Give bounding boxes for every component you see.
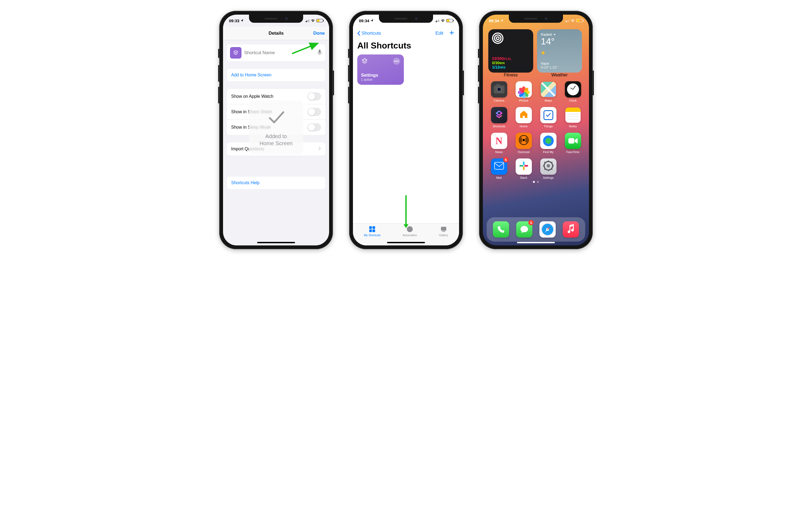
app-shortcuts[interactable]: Shortcuts [488, 107, 510, 128]
fitness-widget[interactable]: 23/300KCAL 0/30MIN 1/12HRS [488, 29, 533, 73]
svg-rect-14 [523, 161, 525, 165]
battery-icon [576, 19, 583, 22]
badge-mail: 5 [503, 157, 509, 163]
weather-widget[interactable]: Radlett 14° ☀️ Haze H:23° L:12° [537, 29, 582, 73]
notch [379, 15, 433, 23]
app-notes[interactable]: Notes [562, 107, 584, 128]
badge-messages: 5 [528, 220, 534, 225]
add-to-home-button[interactable]: Add to Home Screen [227, 69, 325, 81]
annotation-arrow-done [291, 42, 323, 55]
app-slack[interactable]: Slack [513, 159, 534, 179]
checkmark-icon [266, 108, 286, 128]
tab-gallery[interactable]: Gallery [439, 226, 448, 245]
tab-my-shortcuts[interactable]: My Shortcuts [364, 226, 381, 245]
svg-point-11 [523, 139, 525, 141]
location-icon [370, 19, 374, 23]
svg-point-18 [547, 164, 550, 167]
things-icon [544, 110, 553, 120]
battery-icon [446, 19, 453, 22]
phone-1: 09:33 Details Done [219, 11, 333, 249]
app-home[interactable]: Home [513, 107, 534, 128]
app-clock[interactable]: Clock [562, 81, 584, 102]
notch [509, 15, 563, 23]
add-button[interactable] [449, 30, 455, 37]
screen-all-shortcuts: 09:34 Shortcuts Edit [353, 15, 459, 245]
screen-home: 09:34 23/300KCAL 0/30MIN 1/12HRS [483, 15, 589, 245]
done-button[interactable]: Done [313, 31, 325, 36]
location-icon [500, 19, 503, 23]
app-phone[interactable] [493, 221, 509, 238]
svg-line-1 [292, 43, 318, 54]
clock-icon [567, 83, 580, 96]
gallery-icon [440, 226, 447, 233]
phone-2: 09:34 Shortcuts Edit [349, 11, 463, 249]
svg-rect-17 [524, 165, 528, 167]
wifi-icon [571, 19, 575, 23]
svg-rect-6 [372, 229, 375, 232]
location-icon [240, 19, 243, 23]
svg-rect-5 [370, 229, 372, 232]
toggle-apple-watch-switch[interactable] [308, 92, 321, 101]
app-camera[interactable]: Camera [488, 81, 510, 102]
app-safari[interactable] [540, 221, 556, 238]
app-facetime[interactable]: FaceTime [562, 133, 584, 154]
added-toast: Added to Home Screen [249, 100, 303, 155]
shortcut-card-settings[interactable]: Settings 1 action [357, 54, 404, 85]
app-messages[interactable]: 5 [516, 221, 532, 238]
edit-button[interactable]: Edit [435, 31, 443, 36]
signal-icon [435, 19, 440, 22]
app-things[interactable]: Things [538, 107, 559, 128]
svg-rect-16 [523, 166, 525, 170]
notes-icon [566, 108, 581, 123]
shortcut-icon[interactable] [230, 47, 241, 58]
mail-icon [494, 162, 504, 171]
app-overcast[interactable]: Overcast [513, 133, 534, 154]
dock: 5 [487, 217, 585, 242]
news-icon: N [496, 135, 503, 146]
app-mail[interactable]: 5 Mail [488, 159, 510, 179]
app-music[interactable] [563, 221, 579, 238]
grid-icon [369, 226, 376, 233]
app-news[interactable]: N News [488, 133, 510, 154]
home-indicator[interactable] [517, 242, 555, 243]
page-dots[interactable] [483, 181, 589, 183]
signal-icon [305, 19, 310, 22]
signal-icon [565, 19, 570, 22]
nav-title: Details [268, 31, 284, 36]
phone-3: 09:34 23/300KCAL 0/30MIN 1/12HRS [479, 11, 593, 249]
shortcuts-icon [494, 110, 504, 121]
photos-icon [519, 84, 529, 94]
more-button[interactable] [393, 58, 400, 65]
app-maps[interactable]: Maps [538, 81, 559, 102]
app-findmy[interactable]: Find My [538, 133, 559, 154]
svg-line-24 [551, 168, 552, 169]
battery-icon [316, 19, 323, 22]
svg-rect-13 [494, 162, 504, 169]
facetime-icon [565, 133, 581, 149]
svg-rect-8 [441, 227, 446, 230]
svg-line-23 [544, 162, 545, 163]
navbar: Details Done [223, 27, 329, 40]
activity-rings-icon [492, 32, 503, 44]
status-time: 09:33 [229, 19, 239, 23]
haze-icon: ☀️ [541, 51, 578, 55]
svg-rect-9 [442, 231, 445, 232]
svg-line-26 [551, 162, 552, 163]
slack-icon [519, 161, 529, 172]
overcast-icon [518, 135, 529, 147]
wifi-icon [311, 19, 315, 23]
layers-icon [361, 58, 368, 66]
home-indicator[interactable] [387, 242, 425, 243]
widget-label-fitness: Fitness [504, 73, 518, 78]
page-title: All Shortcuts [357, 40, 455, 51]
app-settings[interactable]: Settings [538, 159, 559, 179]
status-time: 09:34 [359, 19, 369, 23]
back-button[interactable]: Shortcuts [357, 31, 381, 36]
home-icon [519, 109, 529, 121]
notch [249, 15, 303, 23]
toggle-sleep-mode-switch[interactable] [308, 123, 321, 131]
toggle-share-sheet-switch[interactable] [308, 108, 321, 116]
home-indicator[interactable] [257, 242, 295, 243]
shortcuts-help-button[interactable]: Shortcuts Help [227, 176, 325, 189]
app-photos[interactable]: Photos [513, 81, 534, 102]
